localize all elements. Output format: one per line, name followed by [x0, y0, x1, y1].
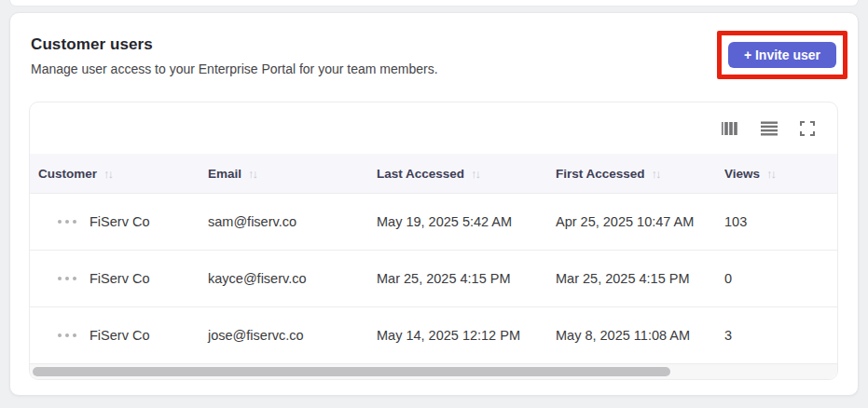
page-title: Customer users	[31, 35, 438, 54]
customer-name: FiServ Co	[90, 328, 149, 343]
sort-icon[interactable]: ↑↓	[652, 167, 662, 181]
column-header-first-accessed[interactable]: First Accessed ↑↓	[547, 167, 716, 181]
customer-cell: FiServ Co	[30, 271, 200, 286]
email-cell: kayce@fiserv.co	[200, 271, 368, 286]
page: { "header": { "title": "Customer users",…	[0, 0, 868, 408]
card-header: Customer users Manage user access to you…	[31, 35, 438, 76]
invite-user-button[interactable]: + Invite user	[728, 42, 836, 68]
last-accessed-cell: May 19, 2025 5:42 AM	[368, 214, 547, 229]
first-accessed-cell: May 8, 2025 11:08 AM	[547, 328, 716, 343]
sort-icon[interactable]: ↑↓	[766, 167, 777, 181]
email-cell: jose@fiservc.co	[200, 328, 368, 343]
first-accessed-cell: Apr 25, 2025 10:47 AM	[547, 214, 716, 229]
column-label: Customer	[38, 167, 97, 181]
email-cell: sam@fiserv.co	[200, 214, 368, 229]
table-row: FiServ Co kayce@fiserv.co Mar 25, 2025 4…	[30, 250, 837, 306]
views-cell: 0	[716, 271, 839, 286]
column-label: Last Accessed	[377, 167, 464, 181]
horizontal-scrollbar[interactable]	[30, 363, 837, 379]
column-label: Views	[724, 167, 760, 181]
last-accessed-cell: May 14, 2025 12:12 PM	[368, 328, 547, 343]
column-header-last-accessed[interactable]: Last Accessed ↑↓	[368, 167, 547, 181]
users-table: Customer ↑↓ Email ↑↓ Last Accessed ↑↓ Fi…	[29, 102, 838, 380]
page-subtitle: Manage user access to your Enterprise Po…	[31, 61, 438, 76]
columns-icon[interactable]	[722, 121, 738, 136]
table-toolbar	[30, 102, 837, 154]
table-row: FiServ Co sam@fiserv.co May 19, 2025 5:4…	[30, 193, 837, 250]
annotation-highlight-box: + Invite user	[717, 31, 847, 79]
customer-users-card: Customer users Manage user access to you…	[9, 12, 859, 396]
table-header-row: Customer ↑↓ Email ↑↓ Last Accessed ↑↓ Fi…	[30, 154, 837, 193]
row-actions-icon[interactable]	[58, 330, 76, 341]
hscrollbar-thumb[interactable]	[33, 367, 670, 376]
column-header-views[interactable]: Views ↑↓	[716, 167, 839, 181]
customer-name: FiServ Co	[90, 271, 149, 286]
sort-icon[interactable]: ↑↓	[103, 167, 114, 181]
first-accessed-cell: Mar 25, 2025 4:15 PM	[547, 271, 716, 286]
last-accessed-cell: Mar 25, 2025 4:15 PM	[368, 271, 547, 286]
column-header-email[interactable]: Email ↑↓	[200, 167, 368, 181]
density-rows-icon[interactable]	[761, 121, 778, 136]
customer-name: FiServ Co	[90, 214, 149, 229]
fullscreen-icon[interactable]	[800, 121, 817, 136]
views-cell: 3	[716, 328, 839, 343]
column-label: Email	[208, 167, 241, 181]
views-cell: 103	[716, 214, 839, 229]
sort-icon[interactable]: ↑↓	[248, 167, 258, 181]
customer-cell: FiServ Co	[30, 328, 200, 343]
row-actions-icon[interactable]	[58, 216, 76, 227]
column-label: First Accessed	[556, 167, 645, 181]
customer-cell: FiServ Co	[30, 214, 200, 229]
table-row: FiServ Co jose@fiservc.co May 14, 2025 1…	[30, 306, 837, 363]
row-actions-icon[interactable]	[58, 273, 76, 284]
sort-icon[interactable]: ↑↓	[471, 167, 481, 181]
previous-card-bottom-edge	[9, 0, 859, 7]
column-header-customer[interactable]: Customer ↑↓	[30, 167, 200, 181]
